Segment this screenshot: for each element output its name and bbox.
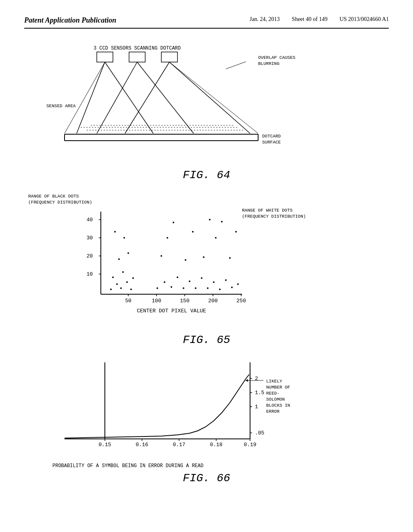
fig65-x-axis-label: CENTER DOT PIXEL VALUE xyxy=(137,308,206,314)
fig66-xtick-label-0.16: 0.16 xyxy=(136,442,148,448)
fig64-cone1-left xyxy=(77,62,105,133)
fig65-dot4 xyxy=(120,287,122,289)
fig65-wdot8 xyxy=(201,277,202,279)
fig65-wdot21 xyxy=(209,219,211,220)
fig65-dot2 xyxy=(116,283,118,285)
fig65-dot11 xyxy=(123,237,125,239)
fig65-wdot15 xyxy=(161,255,162,257)
fig65-dot9 xyxy=(127,252,129,254)
fig65-dot5 xyxy=(126,281,128,283)
page-header: Patent Application Publication Jan. 24, … xyxy=(24,16,389,29)
fig65-dot8 xyxy=(132,277,134,279)
fig65-wdot25 xyxy=(235,231,237,233)
fig65-range-white2: (FREQUENCY DISTRIBUTION) xyxy=(242,214,306,219)
fig64-cone3-right xyxy=(169,62,250,133)
fig65-wdot10 xyxy=(213,281,215,283)
fig65-wdot14 xyxy=(237,283,239,285)
fig65-xtick-label-50: 50 xyxy=(125,298,131,304)
fig64-label-sensed: SENSED AREA xyxy=(46,104,76,108)
fig65-dot10 xyxy=(118,258,120,260)
fig65-wdot6 xyxy=(189,281,190,282)
fig65-dot7 xyxy=(130,289,132,290)
fig65-wdot7 xyxy=(195,287,196,289)
fig65-label: FIG. 65 xyxy=(24,334,389,346)
fig66-ylabel-1: LIKELY xyxy=(266,379,282,384)
fig64-label-overlap2: BLURRING xyxy=(258,61,280,66)
fig65-diagram: RANGE OF BLACK DOTS (FREQUENCY DISTRIBUT… xyxy=(24,189,387,330)
fig65-xtick-label-200: 200 xyxy=(208,298,217,304)
fig66-ytick-label-0.05: .05 xyxy=(255,430,264,436)
fig65-wdot20 xyxy=(203,256,204,258)
fig65-wdot23 xyxy=(221,221,223,222)
fig65-xtick-label-150: 150 xyxy=(180,298,189,304)
fig64-cone2-left xyxy=(97,62,137,133)
fig65-ytick-label-20: 20 xyxy=(86,253,93,259)
fig65-wdot11 xyxy=(219,289,221,290)
fig66-ylabel-3: REED- xyxy=(266,391,280,396)
fig64-label-dotcard1: DOTCARD xyxy=(262,134,281,139)
fig66-ytick-label-1.5: 1.5 xyxy=(255,390,264,396)
page: Patent Application Publication Jan. 24, … xyxy=(0,0,413,532)
fig65-wdot19 xyxy=(192,231,194,233)
fig65-y-label2: (FREQUENCY DISTRIBUTION) xyxy=(28,200,92,205)
fig66-exponential-curve xyxy=(65,374,249,438)
fig66-ytick-label-2: 2 xyxy=(255,376,258,382)
fig65-xtick-label-250: 250 xyxy=(236,298,246,304)
patent-number: US 2013/0024660 A1 xyxy=(340,16,389,23)
fig64-diagram: 3 CCD SENSORS SCANNING DOTCARD OVERLAP C… xyxy=(24,41,387,166)
fig65-range-white1: RANGE OF WHITE DOTS xyxy=(242,208,293,213)
fig65-wdot4 xyxy=(177,276,178,278)
fig66-ylabel-6: ERROR xyxy=(266,409,280,414)
fig65-dot3 xyxy=(112,276,114,278)
fig66-xtick-label-0.19: 0.19 xyxy=(244,442,256,448)
fig64-label-dotcard2: SURFACE xyxy=(262,140,281,145)
fig64-sensor3 xyxy=(161,52,177,62)
fig65-wdot2 xyxy=(164,281,165,283)
figure-65-section: RANGE OF BLACK DOTS (FREQUENCY DISTRIBUT… xyxy=(24,189,389,346)
fig65-wdot18 xyxy=(185,259,186,261)
fig65-xtick-label-100: 100 xyxy=(152,298,161,304)
header-meta: Jan. 24, 2013 Sheet 40 of 149 US 2013/00… xyxy=(250,16,389,23)
fig64-cone2-right xyxy=(137,62,194,133)
fig66-ylabel-2: NUMBER OF xyxy=(266,385,290,390)
figure-64-section: 3 CCD SENSORS SCANNING DOTCARD OVERLAP C… xyxy=(24,41,389,181)
fig64-label: FIG. 64 xyxy=(24,169,389,181)
publication-title: Patent Application Publication xyxy=(24,16,116,25)
publication-date: Jan. 24, 2013 xyxy=(250,16,280,23)
fig66-ytick-label-1: 1 xyxy=(255,404,258,410)
fig64-sensor1 xyxy=(97,52,113,62)
fig65-wdot12 xyxy=(225,279,227,281)
fig64-label-sensors: 3 CCD SENSORS SCANNING DOTCARD xyxy=(94,46,181,51)
sheet-info: Sheet 40 of 149 xyxy=(292,16,327,23)
fig64-sensor2 xyxy=(129,52,145,62)
fig66-xtick-label-0.17: 0.17 xyxy=(173,442,185,448)
fig65-wdot22 xyxy=(215,237,217,239)
fig66-diagram: 2 1.5 1 .05 LIKELY NUMBER OF REED- SOLOM… xyxy=(24,354,387,467)
fig65-wdot17 xyxy=(173,222,174,223)
fig66-ylabel-4: SOLOMON xyxy=(266,397,285,402)
fig65-wdot1 xyxy=(156,287,158,289)
fig66-ylabel-5: BLOCKS IN xyxy=(266,403,290,408)
fig66-label: FIG. 66 xyxy=(24,472,389,484)
fig65-wdot13 xyxy=(231,287,233,288)
fig65-dot1 xyxy=(110,289,112,290)
fig64-outer-right xyxy=(169,62,258,133)
figure-66-section: 2 1.5 1 .05 LIKELY NUMBER OF REED- SOLOM… xyxy=(24,354,389,484)
fig64-label-overlap1: OVERLAP CAUSES xyxy=(258,55,296,60)
fig64-overlap-arrow xyxy=(226,62,246,69)
fig65-wdot9 xyxy=(207,287,209,289)
fig65-ytick-label-10: 10 xyxy=(86,271,93,277)
fig65-ytick-label-40: 40 xyxy=(86,217,93,223)
fig65-wdot5 xyxy=(183,287,184,289)
fig66-xtick-label-0.15: 0.15 xyxy=(98,442,111,448)
fig65-y-label1: RANGE OF BLACK DOTS xyxy=(28,194,79,199)
fig64-cone3-left xyxy=(125,62,169,133)
fig65-ytick-label-30: 30 xyxy=(86,235,93,241)
fig65-wdot24 xyxy=(229,257,231,259)
fig66-xtick-label-0.18: 0.18 xyxy=(210,442,222,448)
fig65-wdot16 xyxy=(167,237,168,239)
fig65-dot12 xyxy=(114,231,116,233)
fig64-outer-left xyxy=(65,62,105,133)
fig65-wdot3 xyxy=(171,286,172,288)
fig64-cone1-right xyxy=(105,62,153,133)
